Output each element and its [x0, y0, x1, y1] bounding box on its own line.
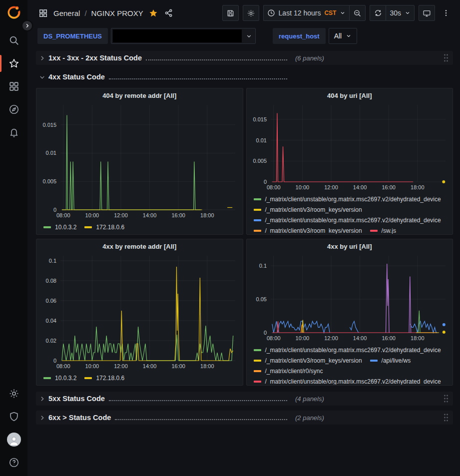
row-drag-handle[interactable]: [443, 53, 449, 64]
panel-title[interactable]: 404 by uri [All]: [248, 88, 452, 101]
panel-title[interactable]: 4xx by uri [All]: [248, 239, 452, 252]
row-leader-dots: [109, 400, 287, 401]
legend-item[interactable]: /_matrix/client/unstable/org.matrix.msc2…: [254, 215, 441, 225]
variable-value-dropdown[interactable]: All: [329, 28, 358, 44]
save-floppy-icon: [226, 9, 235, 17]
panel-legend: /_matrix/client/unstable/org.matrix.msc2…: [248, 345, 452, 385]
legend-item[interactable]: /sw.js: [370, 225, 396, 234]
refresh-interval-picker[interactable]: 30s: [386, 5, 415, 21]
panel-legend: 10.0.3.2172.18.0.6: [37, 373, 242, 383]
sidebar-item-server-admin[interactable]: [0, 405, 27, 428]
sidebar-item-dashboards[interactable]: [0, 75, 27, 98]
svg-text:0.1: 0.1: [259, 263, 266, 269]
legend-label: /_matrix/client/v3/room_keys/version: [265, 206, 362, 213]
timeseries-plot[interactable]: 08:0010:0012:0014:0016:0018:0000.0050.01…: [37, 101, 242, 220]
gear-icon: [247, 9, 255, 17]
more-options-button[interactable]: [439, 6, 453, 19]
legend-label: /_matrix/client/unstable/org.matrix.msc2…: [265, 378, 441, 385]
clock-icon: [267, 9, 275, 17]
legend-swatch: [43, 377, 51, 379]
datasource-label[interactable]: DS_PROMETHEUS: [37, 28, 108, 44]
sidebar-item-configuration[interactable]: [0, 382, 27, 405]
row-header-4xx[interactable]: 4xx Status Code: [36, 70, 453, 84]
shield-icon: [8, 411, 19, 422]
sidebar-item-help[interactable]: [0, 451, 27, 474]
legend-label: /api/live/ws: [382, 357, 411, 364]
legend-item[interactable]: 10.0.3.2: [43, 222, 76, 232]
sidebar-expand-button[interactable]: [21, 20, 33, 31]
sidebar-item-search[interactable]: [0, 29, 27, 52]
settings-gear-icon: [8, 388, 19, 399]
dashboard-submenu: DS_PROMETHEUS request_host All: [27, 26, 460, 46]
svg-text:14:00: 14:00: [143, 212, 157, 218]
refresh-interval-label: 30s: [390, 9, 401, 17]
svg-text:0.04: 0.04: [46, 318, 56, 324]
row-header-5xx[interactable]: 5xx Status Code (4 panels): [36, 392, 453, 406]
row-drag-handle[interactable]: [443, 413, 449, 424]
legend-item[interactable]: 172.18.0.6: [84, 222, 124, 232]
panel-title[interactable]: 4xx by remote addr [All]: [37, 239, 242, 252]
time-range-picker[interactable]: Last 12 hours CST: [263, 5, 350, 21]
panel-4xx-by-remote-addr: 4xx by remote addr [All] 08:0010:0012:00…: [36, 239, 243, 386]
refresh-button[interactable]: [370, 5, 386, 21]
kebab-menu-icon: [442, 8, 450, 17]
legend-label: 172.18.0.6: [96, 375, 124, 382]
svg-text:12:00: 12:00: [324, 335, 338, 341]
svg-text:10:00: 10:00: [295, 184, 309, 190]
tv-mode-button[interactable]: [419, 5, 435, 21]
chevron-right-icon: [39, 55, 45, 61]
sidebar-item-starred[interactable]: [0, 52, 27, 75]
datasource-dropdown[interactable]: [111, 28, 256, 44]
panel-grid: 404 by remote addr [All] 08:0010:0012:00…: [36, 88, 453, 386]
svg-text:08:00: 08:00: [56, 363, 70, 369]
favorite-star-icon[interactable]: [148, 7, 159, 18]
zoom-out-icon: [353, 9, 362, 17]
timeseries-plot[interactable]: 08:0010:0012:0014:0016:0018:0000.050.1: [248, 252, 453, 343]
dashboard-settings-button[interactable]: [243, 5, 259, 21]
sidebar-item-explore[interactable]: [0, 98, 27, 121]
svg-text:0: 0: [53, 358, 56, 364]
row-title: 4xx Status Code: [48, 73, 105, 81]
breadcrumb-dashboard-title[interactable]: NGINX PROXY: [91, 9, 143, 17]
legend-item[interactable]: /_matrix/client/v3/room_keys/version: [254, 204, 362, 215]
panel-title[interactable]: 404 by remote addr [All]: [37, 88, 242, 101]
share-icon[interactable]: [163, 7, 174, 18]
dashboards-grid-icon: [8, 81, 19, 92]
legend-item[interactable]: 172.18.0.6: [84, 373, 124, 383]
legend-item[interactable]: /api/live/ws: [370, 355, 411, 366]
svg-text:12:00: 12:00: [114, 363, 128, 369]
panel-404-by-remote-addr: 404 by remote addr [All] 08:0010:0012:00…: [36, 88, 243, 235]
chevron-down-icon: [405, 10, 411, 16]
legend-item[interactable]: /_matrix/client/v3/room_keys/version: [254, 355, 362, 366]
svg-text:08:00: 08:00: [266, 184, 280, 190]
chevron-right-icon: [39, 396, 45, 402]
timeseries-plot[interactable]: 08:0010:0012:0014:0016:0018:0000.020.040…: [37, 252, 242, 371]
sidebar-item-alerting[interactable]: [0, 121, 27, 144]
legend-label: 10.0.3.2: [55, 224, 76, 231]
legend-swatch: [254, 198, 261, 200]
legend-item[interactable]: /_matrix/client/v3/room_keys/version: [254, 225, 362, 234]
star-icon: [8, 58, 19, 69]
svg-text:0.005: 0.005: [42, 178, 56, 184]
svg-text:18:00: 18:00: [411, 184, 425, 190]
row-header-6xx[interactable]: 6xx > Status Code (2 panels): [36, 411, 453, 425]
svg-text:0.05: 0.05: [256, 296, 266, 302]
breadcrumb-section[interactable]: General: [53, 9, 80, 17]
svg-text:0.06: 0.06: [46, 298, 56, 304]
legend-item[interactable]: /_matrix/client/unstable/org.matrix.msc2…: [254, 376, 441, 385]
grafana-logo[interactable]: [6, 5, 21, 20]
timeseries-plot[interactable]: 08:0010:0012:0014:0016:0018:0000.0050.01…: [248, 101, 453, 192]
svg-text:0.01: 0.01: [256, 137, 266, 143]
svg-text:12:00: 12:00: [324, 184, 338, 190]
legend-item[interactable]: 10.0.3.2: [43, 373, 76, 383]
legend-item[interactable]: /_matrix/client/unstable/org.matrix.msc2…: [254, 194, 441, 204]
svg-text:10:00: 10:00: [85, 363, 99, 369]
legend-item[interactable]: /_matrix/client/unstable/org.matrix.msc2…: [254, 345, 441, 355]
zoom-out-time-button[interactable]: [349, 5, 366, 21]
sidebar-item-profile[interactable]: [0, 428, 27, 451]
row-header-1xx-3xx-2xx[interactable]: 1xx - 3xx - 2xx Status Code (6 panels): [36, 51, 453, 65]
legend-item[interactable]: /_matrix/client/r0/sync: [254, 366, 323, 376]
save-dashboard-button[interactable]: [222, 5, 239, 21]
legend-label: /_matrix/client/r0/sync: [265, 368, 323, 375]
row-drag-handle[interactable]: [443, 394, 449, 405]
